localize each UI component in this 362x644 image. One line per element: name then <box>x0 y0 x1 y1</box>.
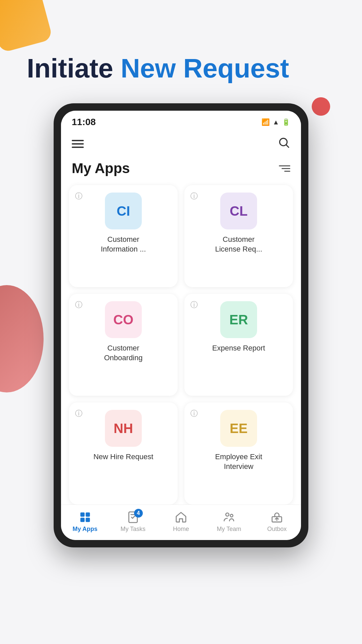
apps-section-title: My Apps <box>72 160 130 176</box>
nav-outbox-label: Outbox <box>267 526 287 533</box>
page-title-part2: New Request <box>121 53 289 83</box>
page-title-area: Initiate New Request <box>0 0 362 97</box>
bottom-navigation: My Apps 4 My Tasks <box>61 504 301 540</box>
app-card-ee[interactable]: ⓘ EE Employee ExitInterview <box>184 402 293 504</box>
nav-my-apps-label: My Apps <box>72 526 97 533</box>
app-icon-er: ER <box>220 301 257 338</box>
status-bar: 11:08 📶 ▲ 🔋 <box>61 111 301 131</box>
app-icon-cl: CL <box>220 193 257 229</box>
page-title: Initiate New Request <box>27 54 335 83</box>
app-name-co: CustomerOnboarding <box>104 343 143 363</box>
phone-screen: 11:08 📶 ▲ 🔋 My Apps <box>61 111 301 540</box>
nav-my-apps[interactable]: My Apps <box>68 511 102 533</box>
app-name-ee: Employee ExitInterview <box>215 452 262 471</box>
nav-my-team-icon-container <box>223 511 235 524</box>
status-icons: 📶 ▲ 🔋 <box>261 118 290 126</box>
app-card-ci[interactable]: ⓘ CI CustomerInformation ... <box>69 185 178 287</box>
app-icon-co: CO <box>105 301 142 338</box>
app-card-nh[interactable]: ⓘ NH New Hire Request <box>69 402 178 504</box>
app-name-cl: CustomerLicense Req... <box>215 235 262 254</box>
bg-decoration-circle-red <box>312 97 330 116</box>
info-icon-nh: ⓘ <box>75 409 82 419</box>
hamburger-menu-icon[interactable] <box>72 140 84 148</box>
nav-home-icon-container <box>175 511 187 524</box>
info-icon-er: ⓘ <box>190 300 198 310</box>
svg-rect-2 <box>80 513 84 517</box>
filter-icon[interactable] <box>279 165 290 172</box>
app-card-co[interactable]: ⓘ CO CustomerOnboarding <box>69 294 178 396</box>
app-icon-ci: CI <box>105 193 142 229</box>
my-tasks-badge: 4 <box>134 509 143 518</box>
phone-frame: 11:08 📶 ▲ 🔋 My Apps <box>54 103 308 547</box>
info-icon-ee: ⓘ <box>190 409 198 419</box>
app-icon-ee: EE <box>220 410 257 447</box>
app-card-cl[interactable]: ⓘ CL CustomerLicense Req... <box>184 185 293 287</box>
svg-rect-4 <box>80 518 84 522</box>
signal-icon: ▲ <box>273 118 279 126</box>
nav-my-apps-icon-container <box>79 511 92 524</box>
app-name-nh: New Hire Request <box>94 452 154 462</box>
wifi-icon: 📶 <box>261 118 270 126</box>
status-time: 11:08 <box>72 117 96 127</box>
apps-title-row: My Apps <box>61 157 301 182</box>
bg-decoration-left <box>0 285 44 392</box>
app-name-ci: CustomerInformation ... <box>101 235 146 254</box>
app-card-er[interactable]: ⓘ ER Expense Report <box>184 294 293 396</box>
app-header <box>61 131 301 157</box>
apps-grid: ⓘ CI CustomerInformation ... ⓘ CL Custom… <box>61 182 301 504</box>
nav-home-label: Home <box>173 526 189 533</box>
nav-my-tasks[interactable]: 4 My Tasks <box>116 511 150 533</box>
svg-rect-5 <box>85 518 90 522</box>
svg-line-1 <box>286 145 289 147</box>
nav-my-tasks-label: My Tasks <box>120 526 145 533</box>
svg-point-9 <box>230 514 233 517</box>
nav-my-team[interactable]: My Team <box>212 511 246 533</box>
app-icon-nh: NH <box>105 410 142 447</box>
app-name-er: Expense Report <box>212 343 265 353</box>
nav-my-tasks-icon-container: 4 <box>127 511 139 524</box>
battery-icon: 🔋 <box>282 118 290 126</box>
nav-my-team-label: My Team <box>217 526 241 533</box>
nav-outbox[interactable]: Outbox <box>260 511 294 533</box>
svg-point-8 <box>226 513 229 516</box>
page-title-part1: Initiate <box>27 53 121 83</box>
nav-outbox-icon-container <box>270 511 283 524</box>
info-icon-co: ⓘ <box>75 300 82 310</box>
search-button[interactable] <box>278 136 290 152</box>
svg-rect-3 <box>85 513 90 517</box>
info-icon-ci: ⓘ <box>75 191 82 201</box>
info-icon-cl: ⓘ <box>190 191 198 201</box>
nav-home[interactable]: Home <box>164 511 198 533</box>
